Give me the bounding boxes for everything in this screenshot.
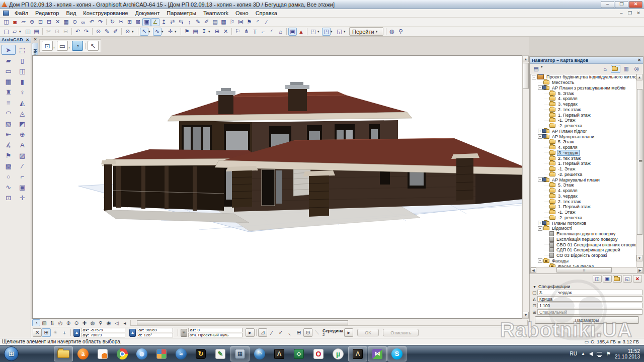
- print-icon[interactable]: ▤: [32, 28, 41, 36]
- tree-item-label[interactable]: Експлікація другого поверху: [555, 231, 616, 236]
- horizontal-scroll-thumb[interactable]: [137, 320, 348, 325]
- arc-icon[interactable]: ◜: [268, 28, 276, 36]
- tree-item-label[interactable]: 1. Первый этаж: [557, 204, 592, 209]
- marker-icon[interactable]: ⚑: [183, 28, 191, 36]
- lamp-tool[interactable]: ♀: [16, 87, 30, 97]
- menu-документ[interactable]: Документ: [132, 10, 164, 17]
- artweaver-icon[interactable]: ✎: [211, 346, 230, 361]
- tree-item-label[interactable]: Відомості: [551, 226, 573, 231]
- rebuild-icon[interactable]: ↻: [108, 18, 117, 26]
- brush-icon[interactable]: ✐: [202, 18, 211, 26]
- pan-hand-icon[interactable]: ✚: [80, 319, 89, 326]
- dimension-tool[interactable]: ⇤: [2, 129, 16, 139]
- level-dimension-tool[interactable]: ⊕: [16, 129, 30, 139]
- scroll-right-icon[interactable]: ▶: [637, 267, 643, 273]
- scale-field[interactable]: 1:100: [537, 303, 642, 308]
- find-select-icon[interactable]: ⊙: [70, 18, 79, 26]
- avast-icon[interactable]: a: [73, 346, 93, 361]
- web-globe-icon[interactable]: ◍: [388, 28, 396, 36]
- pen-up-icon[interactable]: ↥: [159, 18, 168, 26]
- goto-caret-icon[interactable]: ▾: [376, 30, 380, 34]
- cut-icon[interactable]: ✂: [117, 18, 125, 26]
- view-id-field[interactable]: 3.чердак: [537, 290, 642, 295]
- undo-icon[interactable]: ↶: [88, 18, 96, 26]
- swap-icon[interactable]: ⇄: [168, 18, 177, 26]
- daemon-tools-icon[interactable]: ↻: [191, 346, 210, 361]
- vertical-scroll-thumb[interactable]: [523, 63, 529, 89]
- tree-item-label[interactable]: Фасады: [551, 258, 570, 263]
- wall-tool[interactable]: ▰: [2, 55, 16, 65]
- action-center-flag-icon[interactable]: ⚑: [606, 351, 611, 356]
- document-icon[interactable]: [3, 11, 9, 16]
- floor-plan-view-icon[interactable]: ◰: [309, 28, 317, 36]
- mdi-close-button[interactable]: ✕: [635, 11, 642, 16]
- menu-окно[interactable]: Окно: [232, 10, 252, 17]
- arrow-tool[interactable]: ➤: [2, 45, 16, 55]
- paste-icon[interactable]: ⊟: [45, 18, 53, 26]
- tree-item-label[interactable]: 5. Этаж: [557, 91, 575, 96]
- snap-flyout-icon[interactable]: ▸: [344, 328, 353, 337]
- corner-icon[interactable]: ⌐: [259, 28, 268, 36]
- tracker-toggle-button[interactable]: ⊞: [42, 328, 51, 337]
- sheet-icon[interactable]: ▤: [211, 18, 219, 26]
- menu-teamwork[interactable]: Teamwork: [200, 10, 232, 17]
- collapse-icon[interactable]: −: [538, 177, 542, 182]
- chrome-icon[interactable]: [113, 346, 132, 361]
- scroll-up-icon[interactable]: ▲: [636, 74, 642, 80]
- cancel-button[interactable]: Отменить: [383, 329, 419, 336]
- hotspot-tool[interactable]: ✛: [16, 193, 30, 203]
- check-icon[interactable]: ✓: [276, 328, 285, 337]
- publisher-button[interactable]: ◎: [632, 65, 641, 73]
- tree-item-label[interactable]: -1. Этаж: [557, 166, 577, 171]
- snap-points-icon[interactable]: ✛: [166, 28, 175, 36]
- delete-icon[interactable]: ✕: [53, 18, 62, 26]
- tree-item-label[interactable]: -1. Этаж: [557, 118, 577, 123]
- grid-settings-icon[interactable]: ▦: [62, 18, 70, 26]
- roof-tool[interactable]: ◭: [16, 98, 30, 108]
- tree-vertical-scrollbar[interactable]: ▲ ▼: [636, 74, 642, 268]
- column-tool[interactable]: ▯: [16, 55, 30, 65]
- tree-scroll-thumb[interactable]: [637, 89, 642, 235]
- mesh-tool[interactable]: ▧: [2, 119, 16, 129]
- tree-hscroll-thumb[interactable]: |||: [556, 267, 612, 273]
- link-icon[interactable]: ⋈: [236, 18, 245, 26]
- tree-item-label[interactable]: АР Плани з розташуванням меблів: [551, 85, 626, 90]
- tree-item-label[interactable]: 2. тех этаж: [557, 156, 582, 161]
- arrow-cursor-icon[interactable]: ↖: [88, 41, 99, 51]
- schedule-icon[interactable]: ⊞: [213, 28, 221, 36]
- layers-icon[interactable]: ▤: [191, 28, 200, 36]
- mdi-minimize-button[interactable]: –: [618, 11, 625, 16]
- arc-tool-icon[interactable]: ◜: [254, 18, 262, 26]
- text-tool-icon[interactable]: T: [251, 28, 259, 36]
- layout-book-button[interactable]: ▥: [621, 65, 631, 73]
- tray-expand-icon[interactable]: ▲: [581, 351, 585, 356]
- shell-tool[interactable]: ◠: [2, 108, 16, 118]
- figure-tool[interactable]: ▣: [16, 182, 30, 192]
- stair-tool[interactable]: ≡: [2, 98, 16, 108]
- polyline-tool[interactable]: ⌐: [16, 171, 30, 182]
- tree-item-label[interactable]: 4. кровля: [557, 96, 579, 101]
- expand-icon[interactable]: +: [538, 221, 542, 225]
- preview-icon[interactable]: ▧: [40, 319, 48, 326]
- grid-snap-icon[interactable]: ⊞: [294, 328, 303, 337]
- delta-r-field[interactable]: Δr:96969: [137, 328, 173, 332]
- tree-item-label[interactable]: Местность: [551, 80, 576, 85]
- zone-tool[interactable]: ▨: [16, 150, 30, 160]
- flyout-comma[interactable]: ,: [53, 43, 56, 49]
- reference-level-field[interactable]: отн. Проектный нуль: [188, 333, 243, 337]
- tree-item-label[interactable]: 4. кровля: [557, 188, 579, 193]
- snap-points-icon-caret[interactable]: ▾: [175, 30, 179, 34]
- floor-plan-view-icon-caret[interactable]: ▾: [317, 30, 322, 34]
- taskbar-clock[interactable]: 11:52 21.10.2013: [615, 348, 640, 359]
- tree-horizontal-scrollbar[interactable]: ◀ ||| ▶: [530, 267, 643, 273]
- project-chooser-icon[interactable]: ▤: [531, 65, 541, 73]
- tree-item-label[interactable]: 3. чердак: [557, 194, 579, 199]
- tree-item-label[interactable]: 1. Первый этаж: [557, 161, 592, 166]
- orbit-icon[interactable]: ◔: [72, 41, 83, 51]
- infobox-close-icon[interactable]: ✕: [32, 37, 38, 42]
- mdi-restore-button[interactable]: ❐: [626, 11, 633, 16]
- arc-snap-icon[interactable]: ◟: [285, 328, 294, 337]
- merge-icon[interactable]: ⊕: [28, 18, 36, 26]
- scroll-zoom-icon[interactable]: ⇅: [48, 319, 56, 326]
- collapse-icon[interactable]: −: [538, 258, 542, 263]
